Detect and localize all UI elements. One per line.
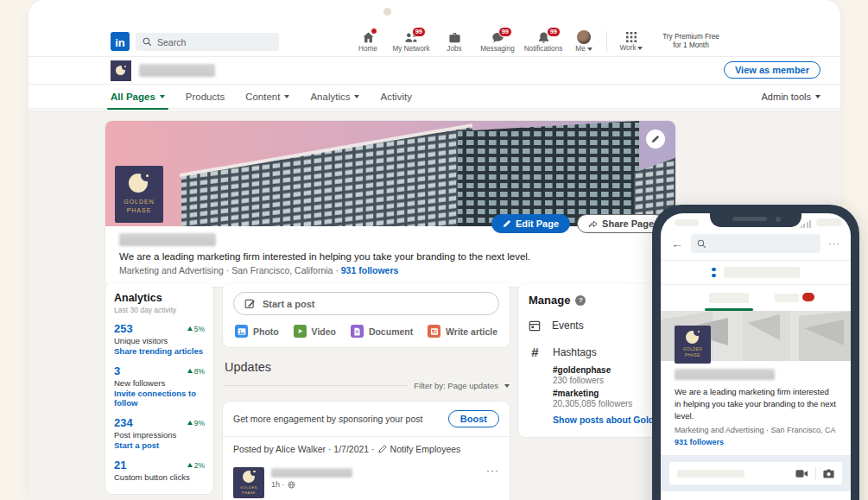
show-posts-link[interactable]: Show posts about Golden Phase: [553, 415, 665, 425]
post-author-logo[interactable]: GOLDEN PHASE: [233, 467, 264, 498]
try-premium-link[interactable]: Try Premium Free for 1 Month: [655, 33, 727, 51]
help-icon[interactable]: ?: [575, 295, 586, 306]
chevron-down-icon: [637, 47, 643, 50]
notification-badge: [802, 293, 814, 301]
cover-building-photo: [105, 121, 675, 226]
post-options-button[interactable]: ···: [486, 465, 499, 477]
share-page-label: Share Page: [602, 218, 654, 229]
tab-content[interactable]: Content: [245, 85, 289, 109]
back-arrow-icon: ←: [671, 237, 683, 250]
edit-page-label: Edit Page: [516, 218, 559, 229]
nav-me[interactable]: Me: [567, 26, 600, 57]
nav-jobs[interactable]: Jobs: [433, 26, 476, 57]
hashtag-item[interactable]: #goldenphase: [553, 365, 665, 375]
tab-products[interactable]: Products: [186, 85, 225, 109]
phone-page-row: [661, 261, 851, 284]
search-input[interactable]: [157, 37, 272, 47]
write-article-icon: [428, 325, 440, 338]
boost-button[interactable]: Boost: [448, 410, 499, 427]
view-as-member-button[interactable]: View as member: [724, 61, 820, 79]
posted-by-text: Posted by Alice Walker · 1/7/2021 ·: [233, 444, 375, 454]
document-label: Document: [369, 326, 413, 337]
compose-pencil-icon: [244, 298, 256, 309]
updates-filter: Filter by: Page updates: [223, 381, 510, 390]
company-logo-mini[interactable]: [111, 60, 131, 81]
stat-custom-button-clicks: 21 2% Custom button clicks: [114, 459, 205, 482]
up-arrow-icon: [187, 463, 193, 467]
logo-text-golden: GOLDEN: [240, 485, 257, 491]
linkedin-logo[interactable]: in: [111, 32, 130, 51]
write-article-button[interactable]: Write article: [428, 325, 497, 338]
stat-delta: 5%: [194, 325, 205, 333]
search-icon: [697, 239, 706, 249]
video-button[interactable]: Video: [294, 325, 336, 338]
photo-button[interactable]: Photo: [235, 325, 279, 338]
page-icon: [712, 268, 716, 278]
edit-cover-button[interactable]: [646, 130, 665, 149]
nav-work[interactable]: Work: [613, 26, 649, 57]
redacted-company-name: [675, 369, 775, 380]
stat-action-link[interactable]: Invite connections to follow: [114, 389, 205, 408]
chevron-down-icon: [815, 95, 820, 98]
edit-page-button[interactable]: Edit Page: [491, 214, 570, 233]
tab-activity[interactable]: Activity: [380, 85, 411, 109]
nav-home[interactable]: Home: [346, 26, 390, 57]
pencil-icon: [378, 445, 387, 453]
stat-value[interactable]: 3: [114, 364, 120, 377]
nav-messaging[interactable]: 99 Messaging: [476, 26, 519, 57]
phone-search-field: [691, 234, 820, 253]
calendar-icon: [529, 320, 541, 332]
manage-events-row[interactable]: Events: [529, 320, 665, 332]
feed-column: Start a post Photo Video Document: [223, 283, 510, 500]
notify-employees-link[interactable]: Notify Employees: [390, 444, 461, 454]
phone-feed-row: ···: [661, 491, 851, 500]
analytics-title: Analytics: [114, 292, 205, 304]
up-arrow-icon: [187, 369, 193, 373]
company-tagline: We are a leading marketing firm interest…: [119, 251, 662, 262]
work-grid-icon: [625, 31, 637, 43]
document-button[interactable]: Document: [351, 325, 413, 338]
company-logo-cover: GOLDEN PHASE: [115, 166, 163, 223]
nav-notifications[interactable]: 99 Notifications: [519, 26, 567, 57]
stat-delta: 2%: [194, 461, 205, 470]
posted-by-row: Posted by Alice Walker · 1/7/2021 · Noti…: [223, 437, 510, 461]
phone-battery-placeholder: [816, 218, 842, 226]
globe-icon: [288, 481, 295, 489]
company-followers-link[interactable]: 931 followers: [341, 265, 399, 275]
stat-value[interactable]: 234: [114, 416, 133, 429]
video-camera-icon: [795, 469, 808, 478]
stat-value[interactable]: 21: [114, 459, 126, 472]
premium-line2: for 1 Month: [655, 41, 727, 50]
tab-analytics[interactable]: Analytics: [310, 85, 359, 109]
stat-action-link[interactable]: Start a post: [114, 440, 205, 450]
stat-label: Custom button clicks: [114, 472, 205, 482]
stat-action-link[interactable]: Share trending articles: [114, 346, 205, 356]
post-author-info: 1h ·: [271, 467, 352, 498]
page-tabs-bar: All Pages Products Content Analytics Act…: [29, 85, 840, 109]
post-author-row: GOLDEN PHASE 1h · ···: [223, 461, 510, 498]
logo-text-phase: PHASE: [683, 353, 702, 359]
tab-all-pages[interactable]: All Pages: [111, 85, 165, 109]
hashtag-followers: 20,305,085 followers: [553, 399, 665, 408]
chevron-down-icon: [160, 95, 165, 98]
pencil-icon: [651, 135, 660, 143]
share-arrow-icon: [588, 219, 598, 229]
search-box[interactable]: [136, 33, 279, 51]
start-post-input[interactable]: Start a post: [233, 292, 499, 315]
stat-post-impressions: 234 9% Post impressions Start a post: [114, 416, 205, 450]
manage-hashtags-row[interactable]: # Hashtags: [529, 345, 665, 359]
window-dot: [383, 8, 391, 16]
messaging-badge: 99: [498, 27, 512, 37]
stat-value[interactable]: 253: [114, 322, 133, 335]
redacted-author-name: [271, 468, 352, 478]
hashtag-list: #goldenphase 230 followers #marketing 20…: [553, 365, 665, 408]
nav-my-network[interactable]: 99 My Network: [390, 26, 433, 57]
stat-new-followers: 3 8% New followers Invite connections to…: [114, 364, 205, 408]
hashtag-item[interactable]: #marketing: [553, 389, 665, 398]
tab-all-pages-label: All Pages: [111, 92, 155, 102]
admin-tools-menu[interactable]: Admin tools: [762, 85, 820, 109]
divider: [223, 385, 408, 386]
filter-label[interactable]: Filter by: Page updates: [414, 381, 498, 390]
phone-mockup: ← ···: [652, 205, 859, 500]
chevron-down-icon[interactable]: [504, 384, 510, 388]
